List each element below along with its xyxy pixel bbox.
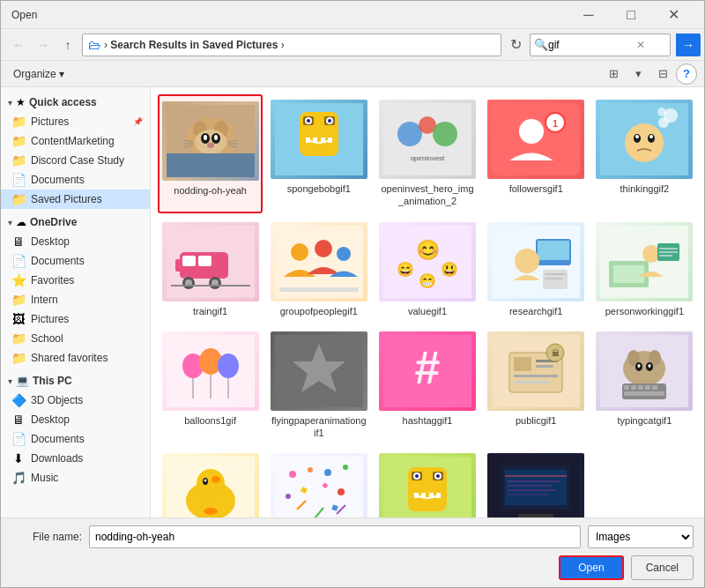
file-item-person[interactable]: personworkinggif1 [592, 217, 697, 323]
file-name: personworkinggif1 [605, 305, 684, 317]
file-grid: nodding-oh-yeah [158, 94, 697, 517]
file-item-nodding[interactable]: nodding-oh-yeah [158, 94, 263, 213]
svg-rect-113 [631, 385, 636, 390]
file-item-dark[interactable]: darkgif1 [484, 448, 589, 517]
search-go-button[interactable]: → [676, 33, 701, 56]
help-button[interactable]: ? [676, 63, 697, 85]
sidebar-item-od-documents[interactable]: 📄 Documents [1, 251, 150, 271]
close-button[interactable]: ✕ [653, 4, 694, 26]
sidebar-item-3dobjects[interactable]: 🔷 3D Objects [1, 391, 150, 410]
file-item-research[interactable]: researchgif1 [484, 217, 589, 323]
sidebar-item-saved-pictures[interactable]: 📁 Saved Pictures [1, 190, 150, 209]
main-content: ▾ ★ Quick access 📁 Pictures 📌 📁 ContentM… [1, 87, 704, 517]
file-thumbnail: 😊 😄 😃 😁 [379, 222, 476, 301]
svg-text:😄: 😄 [397, 261, 414, 278]
titlebar: Open ─ □ ✕ [1, 1, 704, 29]
thispc-label: This PC [33, 375, 72, 387]
sidebar-item-documents[interactable]: 📄 Documents [1, 170, 150, 190]
action-row: Open Cancel [11, 555, 694, 580]
onedrive-header[interactable]: ▾ ☁ OneDrive [1, 212, 150, 232]
sidebar-item-school[interactable]: 📁 School [1, 329, 150, 348]
sidebar-item-downloads[interactable]: ⬇ Downloads [1, 449, 150, 468]
svg-point-7 [204, 135, 207, 140]
view-dropdown-button[interactable]: ▾ [627, 64, 649, 84]
file-item-hashtag[interactable]: # hashtaggif1 [375, 326, 479, 445]
file-item-spongebob[interactable]: spongebobgif1 [266, 94, 371, 213]
file-item-thinking[interactable]: thinkinggif2 [592, 94, 697, 213]
minimize-button[interactable]: ─ [568, 4, 609, 26]
sidebar-item-favorites[interactable]: ⭐ Favorites [1, 271, 150, 290]
open-dialog: Open ─ □ ✕ ← → ↑ 🗁 › Search Results in S… [0, 0, 705, 588]
file-item-duck[interactable]: duckgif1 [158, 448, 263, 517]
sidebar-item-pc-desktop[interactable]: 🖥 Desktop [1, 410, 150, 429]
sidebar-item-discord[interactable]: 📁 Discord Case Study [1, 151, 150, 170]
thispc-header[interactable]: ▾ 💻 This PC [1, 371, 150, 391]
svg-rect-115 [645, 385, 650, 390]
file-name: balloons1gif [184, 414, 236, 427]
refresh-button[interactable]: ↻ [505, 34, 526, 56]
sidebar-item-pc-documents[interactable]: 📄 Documents [1, 429, 150, 449]
search-clear-icon[interactable]: ✕ [636, 39, 645, 51]
organize-bar: Organize ▾ ⊞ ▾ ⊟ ? [1, 61, 704, 87]
file-thumbnail [162, 331, 259, 411]
file-item-public[interactable]: 🏛 publicgif1 [484, 326, 589, 445]
filetype-select[interactable]: Images All Files [588, 525, 694, 548]
file-item-group[interactable]: groupofpeoplegif1 [266, 217, 371, 323]
forward-button[interactable]: → [33, 34, 54, 56]
quick-access-header[interactable]: ▾ ★ Quick access [1, 93, 150, 112]
sidebar-item-od-pictures[interactable]: 🖼 Pictures [1, 309, 150, 329]
file-name: groupofpeoplegif1 [280, 305, 358, 317]
svg-point-60 [315, 240, 332, 257]
organize-button[interactable]: Organize ▾ [8, 66, 70, 82]
svg-point-30 [397, 122, 422, 146]
bottom-bar: File name: Images All Files Open Cancel [1, 517, 704, 587]
file-item-typingcat[interactable]: typingcatgif1 [592, 326, 697, 445]
file-item-followers[interactable]: 1 followersgif1 [484, 94, 589, 213]
folder-icon: 📁 [11, 153, 26, 167]
cancel-button[interactable]: Cancel [631, 555, 694, 580]
file-thumbnail [271, 222, 367, 301]
sidebar-item-contentmarketing[interactable]: 📁 ContentMarketing [1, 131, 150, 151]
file-item-paper[interactable]: flyingpaperanimationgif1 [266, 326, 371, 445]
svg-point-47 [657, 108, 666, 116]
svg-rect-148 [429, 493, 434, 498]
maximize-button[interactable]: □ [611, 4, 651, 26]
onedrive-section: ▾ ☁ OneDrive 🖥 Desktop 📄 Documents ⭐ Fav… [1, 211, 150, 369]
svg-point-61 [337, 247, 351, 261]
svg-rect-96 [514, 357, 531, 371]
svg-text:😃: 😃 [441, 261, 458, 278]
star-icon: ⭐ [11, 273, 26, 287]
file-thumbnail [271, 453, 367, 517]
chevron-icon: ▾ [8, 218, 12, 227]
svg-rect-125 [275, 457, 363, 517]
file-item-balloon[interactable]: balloons1gif [158, 326, 263, 445]
view-details-button[interactable]: ⊞ [602, 64, 625, 84]
sidebar-item-desktop[interactable]: 🖥 Desktop [1, 232, 150, 251]
file-item-confetti[interactable]: confettigif1 [266, 448, 371, 517]
file-name: nodding-oh-yeah [174, 184, 247, 197]
svg-rect-62 [279, 287, 359, 292]
svg-rect-112 [624, 385, 629, 390]
file-item-train[interactable]: traingif1 [158, 217, 263, 323]
search-input[interactable] [548, 39, 636, 51]
sidebar-item-pictures[interactable]: 📁 Pictures 📌 [1, 112, 150, 131]
back-button[interactable]: ← [8, 34, 29, 56]
sidebar-item-shared-favorites[interactable]: 📁 Shared favorites [1, 348, 150, 368]
sidebar-item-intern[interactable]: 📁 Intern [1, 290, 150, 309]
svg-rect-25 [306, 138, 310, 143]
svg-rect-156 [508, 489, 556, 491]
address-bar[interactable]: 🗁 › Search Results in Saved Pictures › [82, 33, 501, 56]
file-item-openinvest[interactable]: openinvest openinvest_hero_img_animation… [375, 94, 479, 213]
view-controls: ⊞ ▾ ⊟ ? [602, 63, 697, 85]
svg-point-86 [218, 354, 239, 378]
view-large-button[interactable]: ⊟ [651, 64, 674, 84]
open-button[interactable]: Open [559, 555, 623, 580]
svg-point-71 [515, 249, 539, 273]
up-button[interactable]: ↑ [57, 34, 78, 56]
file-item-value[interactable]: 😊 😄 😃 😁 valuegif1 [375, 217, 479, 323]
filename-input[interactable] [89, 525, 581, 548]
file-item-spongebob2[interactable]: spongebobgif2 [375, 448, 479, 517]
svg-text:🏛: 🏛 [552, 349, 560, 358]
thispc-section: ▾ 💻 This PC 🔷 3D Objects 🖥 Desktop 📄 Doc… [1, 369, 150, 489]
sidebar-item-music[interactable]: 🎵 Music [1, 468, 150, 488]
